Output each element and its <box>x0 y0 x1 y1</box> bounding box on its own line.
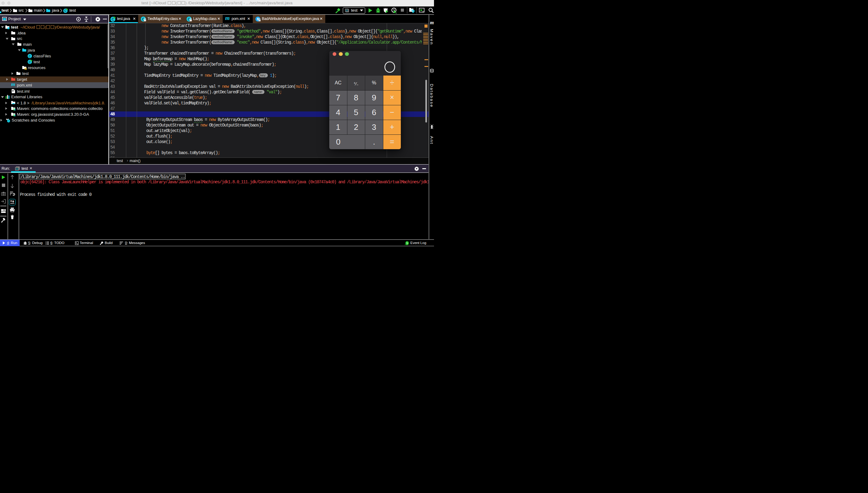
svg-text:1: 1 <box>406 241 408 245</box>
svg-text:C: C <box>28 54 31 58</box>
svg-text:C: C <box>64 9 66 13</box>
